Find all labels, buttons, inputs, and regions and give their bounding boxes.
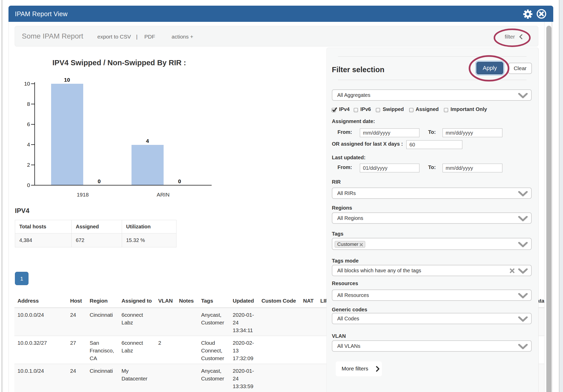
svg-text:6: 6	[27, 121, 30, 127]
svg-text:1918: 1918	[77, 192, 89, 198]
svg-text:0: 0	[178, 178, 181, 184]
svg-text:ARIN: ARIN	[157, 192, 170, 198]
svg-text:4: 4	[146, 138, 149, 144]
svg-text:4: 4	[27, 142, 30, 147]
svg-text:0: 0	[27, 182, 30, 188]
svg-text:10: 10	[64, 77, 70, 83]
svg-text:8: 8	[27, 101, 30, 107]
svg-text:0: 0	[98, 178, 101, 184]
svg-text:10: 10	[24, 81, 30, 87]
svg-text:2: 2	[27, 162, 30, 168]
